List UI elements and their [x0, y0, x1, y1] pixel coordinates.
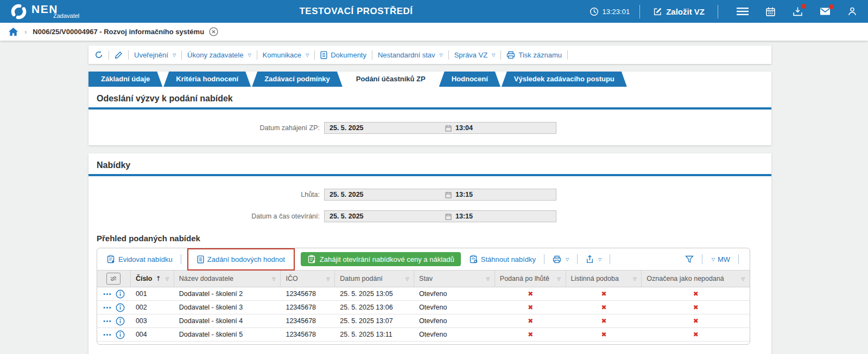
row-info-button[interactable] — [116, 317, 125, 326]
cell-nazev-dodavatele: Dodavatel - školení 4 — [174, 317, 281, 325]
breadcrumb-record-tab[interactable]: N006/25/V00004967 - Rozvoj informačního … — [33, 27, 218, 36]
menu-item-tisk-zaznamu[interactable]: Tisk záznamu — [505, 51, 563, 59]
datetime-field-zahajeni[interactable]: 25. 5. 2025 13:04 — [324, 122, 556, 134]
offers-table-body: 001 Dodavatel - školení 2 12345678 25. 5… — [97, 287, 750, 344]
clock-icon — [590, 7, 599, 16]
filter-chevron-icon[interactable]: ▽ — [162, 276, 169, 281]
row-info-button[interactable] — [116, 303, 125, 312]
downloads-button[interactable] — [791, 5, 804, 18]
column-settings-button[interactable] — [97, 271, 131, 287]
tab-hodnoceni[interactable]: Hodnocení — [439, 72, 500, 87]
cell-ico: 12345678 — [281, 304, 335, 311]
calendar-icon — [445, 191, 452, 198]
funnel-icon — [685, 255, 694, 263]
date-value: 25. 5. 2025 — [330, 124, 364, 132]
divider — [567, 50, 568, 60]
cross-icon: ✖ — [566, 304, 642, 311]
menu-item-uverejneni[interactable]: Uveřejnění ▽ — [133, 51, 177, 59]
menu-label: Nestandardní stav — [378, 51, 435, 59]
column-header-cislo[interactable]: Číslo ↑ ▽ — [131, 271, 174, 287]
filter-chevron-icon[interactable]: ▽ — [402, 276, 409, 281]
divider — [610, 254, 610, 264]
menu-item-dokumenty[interactable]: Dokumenty — [319, 51, 368, 59]
column-header-datum-podani[interactable]: Datum podání ▽ — [335, 271, 414, 287]
calendar-button[interactable] — [764, 5, 777, 18]
table-row[interactable]: 004 Dodavatel - školení 5 12345678 25. 5… — [97, 328, 750, 342]
export-button[interactable]: ▽ — [582, 254, 605, 264]
clipboard-gear-icon — [307, 255, 316, 263]
table-row[interactable]: 001 Dodavatel - školení 2 12345678 25. 5… — [97, 287, 750, 301]
mw-view-button[interactable]: ▽ MW — [707, 255, 733, 264]
messages-badge — [829, 4, 834, 9]
divider — [738, 254, 739, 264]
column-header-listinna-podoba[interactable]: Listinná podoba ▽ — [566, 271, 642, 287]
menu-label: Úkony zadavatele — [187, 51, 243, 59]
refresh-button[interactable] — [93, 50, 104, 59]
nen-logo[interactable]: NEN Zadavatel — [10, 3, 79, 21]
datetime-field-otevirani[interactable]: 25. 5. 2025 13:15 — [324, 210, 556, 222]
cell-stav: Otevřeno — [414, 331, 495, 338]
register-offer-button[interactable]: Evidovat nabídku — [103, 254, 176, 264]
filter-chevron-icon[interactable]: ▽ — [483, 276, 490, 281]
tab-vysledek-zadavaciho-postupu[interactable]: Výsledek zadávacího postupu — [502, 72, 627, 87]
row-actions-button[interactable] — [103, 293, 111, 295]
document-icon — [197, 255, 204, 263]
cell-stav: Otevřeno — [414, 317, 495, 325]
filter-button[interactable] — [682, 255, 697, 264]
table-row[interactable]: 002 Dodavatel - školení 3 12345678 25. 5… — [97, 301, 750, 314]
create-vz-button[interactable]: Založit VZ — [650, 7, 708, 17]
column-header-podana-po-lhute[interactable]: Podaná po lhůtě ▽ — [495, 271, 566, 287]
field-label: Lhůta: — [88, 191, 320, 198]
offers-card: Nabídky Lhůta: 25. 5. 2025 13:15 Datum a… — [88, 153, 771, 354]
column-label: Číslo — [136, 275, 153, 282]
row-actions-button[interactable] — [103, 320, 111, 323]
column-header-stav[interactable]: Stav ▽ — [414, 271, 495, 287]
person-icon — [847, 7, 857, 16]
menu-button[interactable] — [736, 6, 750, 17]
tab-podani-ucastniku-zp[interactable]: Podání účastníků ZP — [344, 72, 438, 87]
close-record-button[interactable] — [209, 27, 218, 36]
column-header-oznacena-jako-nepodana[interactable]: Označena jako nepodaná ▽ — [642, 271, 750, 287]
tab-zadavaci-podminky[interactable]: Zadávací podmínky — [252, 72, 343, 87]
clipboard-download-icon — [469, 255, 478, 263]
divider — [109, 50, 109, 60]
tab-kriteria-hodnoceni[interactable]: Kritéria hodnocení — [163, 72, 251, 87]
filter-chevron-icon[interactable]: ▽ — [738, 276, 745, 281]
column-header-nazev-dodavatele[interactable]: Název dodavatele ▽ — [174, 271, 281, 287]
record-title: N006/25/V00004967 - Rozvoj informačního … — [33, 28, 204, 36]
divider — [181, 50, 182, 60]
cell-nazev-dodavatele: Dodavatel - školení 2 — [174, 290, 281, 298]
menu-item-ukony-zadavatele[interactable]: Úkony zadavatele ▽ — [186, 51, 252, 59]
table-row[interactable]: 003 Dodavatel - školení 4 12345678 25. 5… — [97, 314, 750, 328]
row-info-button[interactable] — [116, 289, 125, 299]
filter-chevron-icon[interactable]: ▽ — [269, 276, 275, 281]
messages-button[interactable] — [819, 6, 832, 17]
home-button[interactable] — [8, 27, 18, 36]
filter-chevron-icon[interactable]: ▽ — [554, 276, 560, 281]
print-table-button[interactable]: ▽ — [549, 255, 572, 264]
row-actions-button[interactable] — [103, 333, 111, 336]
row-info-button[interactable] — [116, 330, 125, 339]
printer-icon — [553, 255, 561, 263]
menu-item-sprava-vz[interactable]: Správa VZ ▽ — [453, 51, 497, 59]
menu-item-nestandardni-stav[interactable]: Nestandardní stav ▽ — [377, 51, 444, 59]
divider — [718, 5, 718, 18]
cell-nazev-dodavatele: Dodavatel - školení 5 — [174, 331, 281, 338]
enter-scores-button[interactable]: Zadání bodových hodnot — [194, 255, 288, 264]
edit-record-button[interactable] — [113, 51, 124, 59]
download-offers-button[interactable]: Stáhnout nabídky — [466, 254, 539, 264]
filter-chevron-icon[interactable]: ▽ — [630, 276, 636, 281]
cell-datum-podani: 25. 5. 2025 13:05 — [335, 290, 414, 298]
datetime-field-lhuta[interactable]: 25. 5. 2025 13:15 — [324, 189, 556, 201]
column-header-ico[interactable]: IČO ▽ — [281, 271, 335, 287]
profile-button[interactable] — [846, 5, 858, 17]
menu-item-komunikace[interactable]: Komunikace ▽ — [262, 51, 311, 59]
divider — [257, 50, 257, 60]
menu-label: Dokumenty — [331, 51, 366, 59]
button-label: Evidovat nabídku — [118, 255, 173, 263]
filter-chevron-icon[interactable]: ▽ — [323, 276, 330, 281]
start-opening-prices-button[interactable]: Zahájit otevírání nabídkové ceny a nákla… — [301, 252, 461, 266]
cell-ico: 12345678 — [281, 290, 335, 298]
row-actions-button[interactable] — [103, 306, 111, 309]
tab-zakladni-udaje[interactable]: Základní údaje — [88, 72, 162, 87]
